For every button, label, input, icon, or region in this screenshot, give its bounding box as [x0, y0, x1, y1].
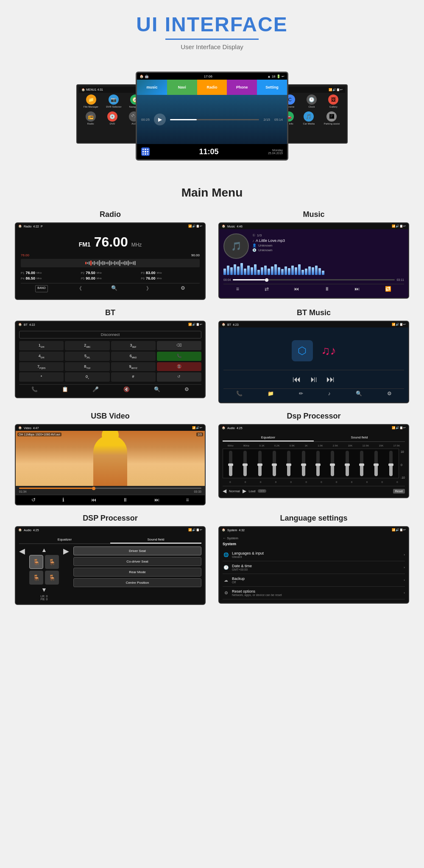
video-next-icon[interactable]: ⏭	[154, 497, 159, 503]
music-prev-icon[interactable]: ⏮	[294, 286, 299, 292]
radio-icon[interactable]: 📻 Radio	[86, 111, 96, 125]
grid-apps-icon[interactable]	[141, 147, 150, 156]
tab-phone[interactable]: Phone	[227, 80, 257, 95]
bt-prev-btn[interactable]: ⏮	[293, 374, 301, 384]
eq-slider-1[interactable]	[229, 451, 232, 476]
dsp-play-btn[interactable]: ▶	[243, 488, 246, 494]
dvr-selector-icon[interactable]: 📷 DVR Selector	[106, 94, 121, 108]
eq-slider-7[interactable]	[316, 451, 320, 476]
bt-mute-icon[interactable]: 🔇	[123, 386, 130, 392]
settings-item-datetime[interactable]: 🕐 Date & time GMT+00:00 ›	[223, 561, 405, 574]
rear-mode-btn[interactable]: Rear Mode	[73, 568, 201, 577]
bt-search-icon[interactable]: 🔍	[154, 386, 160, 392]
eq-slider-6[interactable]	[302, 451, 305, 476]
parking-assist-icon[interactable]: 🅿 Parking assist	[324, 111, 340, 125]
num-star[interactable]: *	[19, 372, 64, 382]
seat-rear-right[interactable]: 🪑	[45, 571, 59, 585]
file-manager-icon[interactable]: 📁 File Manager	[84, 94, 98, 108]
seat-front-left[interactable]: 🪑	[29, 555, 43, 569]
settings-btn[interactable]: ⚙	[181, 285, 185, 292]
num-8[interactable]: 8TUV	[65, 362, 109, 372]
video-info-icon[interactable]: ℹ	[62, 497, 64, 503]
video-prev-icon[interactable]: ⏮	[91, 497, 96, 503]
eq-slider-8[interactable]	[331, 451, 334, 476]
bt-m-phone-icon[interactable]: 📞	[236, 391, 243, 397]
bt-m-note-icon[interactable]: ♪	[328, 391, 331, 397]
num-9[interactable]: 9WXYZ	[111, 362, 156, 372]
dsp-tab-soundfield[interactable]: Sound field	[314, 434, 405, 441]
settings-item-reset[interactable]: ⚙ Reset options Network, apps, or device…	[223, 587, 405, 599]
dsp-reset-btn[interactable]: Reset	[393, 489, 405, 494]
eq-slider-4[interactable]	[273, 451, 276, 476]
music-play-icon[interactable]: ⏸	[324, 286, 329, 292]
settings-item-backup[interactable]: ☁ Backup Off ›	[223, 574, 405, 587]
eq-slider-3[interactable]	[258, 451, 262, 476]
bt-settings-icon[interactable]: ⚙	[184, 386, 189, 392]
music-shuffle-icon[interactable]: 🔁	[385, 286, 391, 292]
num-hash[interactable]: #	[111, 372, 156, 382]
dsp2-up-arrow-icon[interactable]: ▲	[41, 546, 47, 553]
bt-m-search-icon[interactable]: 🔍	[356, 391, 362, 397]
centre-position-btn[interactable]: Centre Position	[73, 578, 201, 587]
bt-call-icon[interactable]: 📞	[31, 386, 38, 392]
bt-play-btn[interactable]: ⏯	[310, 374, 318, 384]
driver-seat-btn[interactable]: Driver Seat	[73, 546, 201, 555]
music-progress-track[interactable]	[233, 279, 395, 280]
bt-m-settings-icon[interactable]: ⚙	[387, 391, 392, 397]
num-4[interactable]: 4GHI	[19, 352, 64, 361]
dsp2-down-arrow-icon[interactable]: ▼	[41, 586, 47, 593]
num-5[interactable]: 5JKL	[65, 352, 109, 361]
seat-rear-left[interactable]: 🪑	[29, 571, 43, 585]
dsp-toggle[interactable]: OFF	[258, 489, 266, 493]
eq-slider-10[interactable]	[360, 451, 363, 476]
num-7[interactable]: 7PQRS	[19, 362, 64, 372]
bt-m-edit-icon[interactable]: ✏	[299, 391, 303, 397]
dsp2-left-arrow-icon[interactable]: ◀	[19, 546, 25, 556]
hero-play-button[interactable]: ▶	[154, 114, 166, 125]
num-0[interactable]: 0+	[65, 372, 109, 382]
dsp2-right-arrow-icon[interactable]: ▶	[63, 546, 69, 556]
num-3[interactable]: 3DEF	[111, 341, 156, 350]
eq-slider-2[interactable]	[243, 451, 247, 476]
eq-slider-12[interactable]	[389, 451, 393, 476]
num-1[interactable]: 1GHI	[19, 341, 64, 350]
tab-music[interactable]: music	[137, 80, 167, 95]
video-repeat-icon[interactable]: ↺	[31, 497, 36, 503]
dsp2-tab-soundfield[interactable]: Sound field	[110, 536, 201, 544]
eq-slider-9[interactable]	[346, 451, 349, 476]
num-2[interactable]: 2ABC	[65, 341, 109, 350]
car-media-icon[interactable]: 🎵 Car Media	[303, 111, 315, 125]
co-driver-seat-btn[interactable]: Co-driver Seat	[73, 557, 201, 566]
bt-mic-icon[interactable]: 🎤	[92, 386, 99, 392]
band-btn[interactable]: BAND	[35, 285, 47, 292]
num-backspace[interactable]: ⌫	[157, 341, 201, 350]
num-6[interactable]: 6MNO	[111, 352, 156, 361]
dsp-prev-btn[interactable]: ◀	[223, 488, 226, 494]
music-list-icon[interactable]: ≡	[236, 286, 239, 292]
lang-back-btn[interactable]: ← System	[223, 536, 405, 540]
music-next-icon[interactable]: ⏭	[354, 286, 360, 292]
video-progress-track[interactable]	[19, 488, 201, 489]
video-list-icon[interactable]: ≡	[186, 497, 189, 503]
num-call[interactable]: 📞	[157, 352, 201, 361]
eq-slider-11[interactable]	[374, 451, 378, 476]
search-btn[interactable]: 🔍	[111, 285, 117, 292]
dsp2-tab-equalizer[interactable]: Equalizer	[19, 536, 110, 544]
eq-slider-5[interactable]	[287, 451, 290, 476]
dsp-tab-equalizer[interactable]: Equalizer	[223, 434, 314, 441]
music-repeat-icon[interactable]: ⇄	[265, 286, 269, 292]
tab-navi[interactable]: Navi	[167, 80, 197, 95]
gallery-icon[interactable]: 🖼 Gallery	[328, 94, 338, 108]
bt-m-folder-icon[interactable]: 📁	[268, 391, 274, 397]
dvd-icon[interactable]: 💿 DVD	[107, 111, 117, 125]
num-refresh[interactable]: ↺	[157, 372, 201, 382]
video-play-icon[interactable]: ⏸	[123, 497, 128, 503]
seat-front-right[interactable]: 🪑	[45, 555, 59, 569]
tab-radio[interactable]: Radio	[197, 80, 227, 95]
prev-btn[interactable]: 《	[77, 285, 82, 292]
settings-item-language[interactable]: 🌐 Languages & input Gboard ›	[223, 549, 405, 561]
bt-next-btn[interactable]: ⏭	[326, 374, 335, 384]
bt-contacts-icon[interactable]: 📋	[62, 386, 68, 392]
next-btn[interactable]: 》	[146, 285, 151, 292]
clock-icon[interactable]: 🕐 Clock	[307, 94, 317, 108]
